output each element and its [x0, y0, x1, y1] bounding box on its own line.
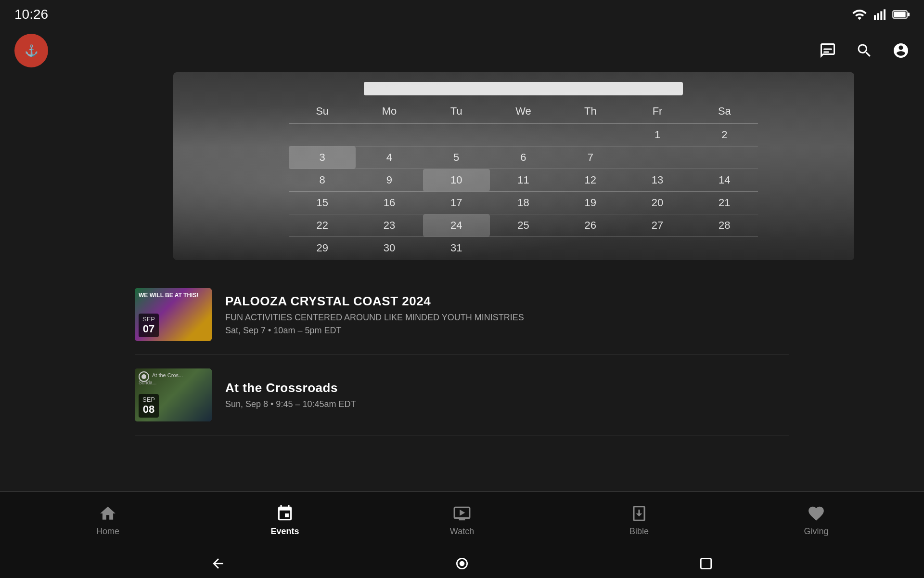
nav-watch[interactable]: Watch: [428, 504, 496, 537]
event-date-badge-2: SEP 08: [139, 394, 159, 418]
watch-icon: [453, 504, 471, 523]
cal-day-9[interactable]: 9: [356, 169, 423, 191]
system-nav: [0, 549, 924, 578]
svg-rect-3: [884, 9, 886, 20]
svg-rect-13: [701, 558, 711, 568]
cal-day-3[interactable]: 3: [289, 146, 356, 169]
cal-day-29[interactable]: 29: [289, 237, 356, 259]
cal-day-5[interactable]: 5: [423, 146, 490, 169]
search-icon[interactable]: [856, 42, 873, 59]
nav-home[interactable]: Home: [74, 504, 141, 537]
event-time-1: Sat, Sep 7 • 10am – 5pm EDT: [225, 326, 789, 336]
cal-day-9: [691, 146, 758, 169]
svg-rect-10: [823, 52, 829, 53]
nav-events[interactable]: Events: [251, 504, 319, 537]
cal-day-16[interactable]: 16: [356, 192, 423, 214]
cal-day-30[interactable]: 30: [356, 237, 423, 259]
cal-day-7[interactable]: 7: [557, 146, 624, 169]
event-title-2: At the Crossroads: [225, 381, 789, 395]
cal-cell: [289, 124, 356, 146]
calendar-week-4: 15 16 17 18 19 20 21: [289, 191, 758, 214]
svg-rect-0: [874, 15, 876, 20]
event-info-2: At the Crossroads Sun, Sep 8 • 9:45 – 10…: [225, 381, 789, 409]
cal-day-20[interactable]: 20: [624, 192, 691, 214]
status-icons: [852, 9, 910, 20]
nav-bible[interactable]: Bible: [605, 504, 673, 537]
event-info-1: PALOOZA CRYSTAL COAST 2024 FUN ACTIVITIE…: [225, 294, 789, 336]
cal-cell: [557, 124, 624, 146]
event-title-1: PALOOZA CRYSTAL COAST 2024: [225, 294, 789, 309]
event-month-2: SEP: [142, 396, 155, 403]
battery-icon: [892, 9, 910, 20]
recents-button[interactable]: [698, 556, 714, 571]
event-time-2: Sun, Sep 8 • 9:45 – 10:45am EDT: [225, 399, 789, 409]
nav-watch-label: Watch: [450, 526, 474, 537]
event-month-1: SEP: [142, 315, 155, 323]
cal-day-2[interactable]: 2: [691, 124, 758, 146]
app-logo[interactable]: ⚓: [14, 34, 48, 67]
event-day-2: 08: [142, 403, 155, 416]
cal-cell: [423, 124, 490, 146]
cal-day-27[interactable]: 27: [624, 214, 691, 236]
calendar-week-5: 22 23 24 25 26 27 28: [289, 214, 758, 236]
event-date-badge-1: SEP 07: [139, 314, 159, 337]
cal-day-23[interactable]: 23: [356, 214, 423, 236]
recents-icon: [698, 556, 714, 571]
cal-day-14[interactable]: 14: [691, 169, 758, 191]
cal-day-22[interactable]: 22: [289, 214, 356, 236]
cal-cell-empty: [490, 237, 557, 259]
cal-day-26[interactable]: 26: [557, 214, 624, 236]
cal-cell: [490, 124, 557, 146]
home-button[interactable]: [454, 556, 470, 571]
bible-icon: [630, 504, 648, 523]
cal-day-25[interactable]: 25: [490, 214, 557, 236]
cal-day-19[interactable]: 19: [557, 192, 624, 214]
logo-icon: ⚓: [21, 40, 41, 61]
cal-cell: [356, 124, 423, 146]
event-item-1[interactable]: WE WILL BE AT THIS! SEP 07 PALOOZA CRYST…: [135, 275, 789, 355]
cal-day-17[interactable]: 17: [423, 192, 490, 214]
chat-icon[interactable]: [819, 42, 836, 59]
account-icon[interactable]: [892, 42, 910, 59]
cal-day-21[interactable]: 21: [691, 192, 758, 214]
calendar-week-2: 3 4 5 6 7: [289, 146, 758, 169]
cal-day-6[interactable]: 6: [490, 146, 557, 169]
nav-bible-label: Bible: [629, 526, 649, 537]
day-su: Su: [289, 103, 356, 119]
home-circle-icon: [454, 556, 470, 571]
events-icon: [276, 504, 294, 523]
cal-day-18[interactable]: 18: [490, 192, 557, 214]
cal-day-4[interactable]: 4: [356, 146, 423, 169]
cal-day-12[interactable]: 12: [557, 169, 624, 191]
cal-day-31[interactable]: 31: [423, 237, 490, 259]
svg-rect-2: [880, 11, 882, 20]
svg-rect-1: [877, 13, 879, 20]
event-thumbnail-1: WE WILL BE AT THIS! SEP 07: [135, 288, 212, 341]
cal-day-10[interactable]: 10: [423, 169, 490, 191]
cal-day-13[interactable]: 13: [624, 169, 691, 191]
calendar-header: Su Mo Tu We Th Fr Sa: [289, 103, 758, 119]
cal-day-11[interactable]: 11: [490, 169, 557, 191]
back-button[interactable]: [210, 556, 226, 571]
cal-day-15[interactable]: 15: [289, 192, 356, 214]
day-tu: Tu: [423, 103, 490, 119]
day-sa: Sa: [691, 103, 758, 119]
cal-day-8[interactable]: 8: [289, 169, 356, 191]
home-icon: [99, 504, 117, 523]
events-list: WE WILL BE AT THIS! SEP 07 PALOOZA CRYST…: [0, 275, 924, 515]
event-subtitle-1: FUN ACTIVITIES CENTERED AROUND LIKE MIND…: [225, 313, 789, 323]
cal-day-24[interactable]: 24: [423, 214, 490, 236]
event-day-1: 07: [142, 323, 155, 335]
day-mo: Mo: [356, 103, 423, 119]
status-time: 10:26: [14, 7, 48, 22]
calendar-grid: Su Mo Tu We Th Fr Sa 1 2 3 4: [289, 103, 758, 259]
cal-day-28[interactable]: 28: [691, 214, 758, 236]
status-bar: 10:26: [0, 0, 924, 29]
cal-cell-empty: [557, 237, 624, 259]
cal-day-1[interactable]: 1: [624, 124, 691, 146]
wifi-icon: [852, 9, 867, 20]
day-fr: Fr: [624, 103, 691, 119]
nav-giving[interactable]: Giving: [783, 504, 850, 537]
event-item-2[interactable]: At the Cros... Sunda... SEP 08 At the Cr…: [135, 355, 789, 435]
calendar-week-1: 1 2: [289, 123, 758, 146]
